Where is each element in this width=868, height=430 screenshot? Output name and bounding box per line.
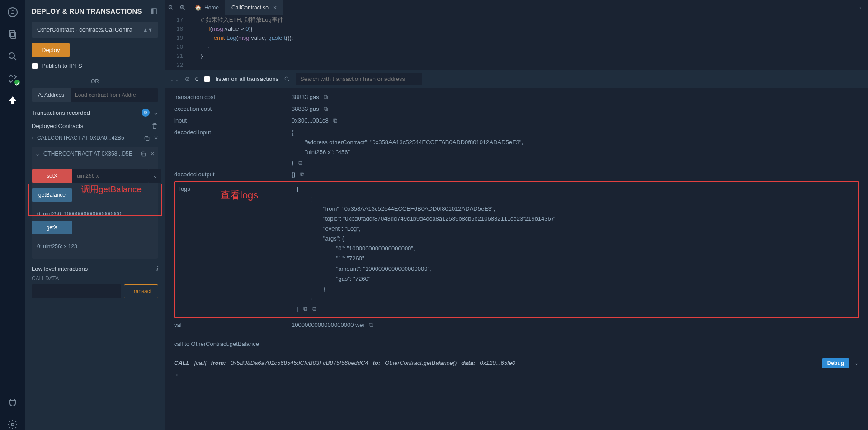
svg-line-18 (288, 80, 289, 81)
svg-line-14 (184, 9, 185, 10)
getx-result: 0: uint256: x 123 (32, 240, 158, 253)
terminal-bar: ⌄⌄ ⊘ 0 listen on all transactions (165, 70, 868, 88)
minimap[interactable] (823, 15, 868, 70)
line-gutter: 17 18 19 20 21 22 (165, 15, 188, 70)
settings-icon[interactable] (7, 419, 18, 430)
copy-icon[interactable]: ⧉ (303, 305, 307, 312)
copy-icon[interactable]: ⧉ (324, 105, 328, 112)
copy-icon[interactable]: ⧉ (298, 159, 302, 166)
term-row-logs: logs [ { "from": "0x358AA13c52544ECCEF6B… (179, 184, 854, 314)
code-editor[interactable]: 17 18 19 20 21 22 // 如果转入ETH, 则释放Log事件 i… (165, 15, 868, 70)
collapse-icon[interactable]: ⌄⌄ (170, 76, 179, 82)
plugin-icon[interactable] (7, 397, 18, 408)
publish-ipfs-checkbox[interactable] (32, 63, 38, 69)
contract-item-callcontract[interactable]: › CALLCONTRACT AT 0XDA0...42B5 ✕ (32, 135, 158, 142)
files-icon[interactable] (7, 29, 18, 40)
terminal-output[interactable]: transaction cost 38833 gas⧉ execution co… (165, 88, 868, 430)
svg-point-17 (285, 77, 288, 80)
copy-icon[interactable]: ⧉ (312, 305, 316, 312)
low-level-section: Low level interactions i CALLDATA Transa… (32, 265, 158, 298)
getbalance-button[interactable]: getBalance (32, 188, 72, 202)
tx-recorded-row[interactable]: Transactions recorded 9 ⌄ (32, 109, 158, 117)
tab-bar: 🏠 Home CallContract.sol ✕ ↔ (165, 0, 868, 15)
caret-icon: ▲▼ (143, 27, 153, 33)
from-label: from: (211, 358, 226, 368)
load-address-input[interactable] (71, 88, 158, 102)
copy-icon[interactable]: ⧉ (369, 321, 373, 328)
deploy-button[interactable]: Deploy (32, 43, 70, 57)
calldata-input[interactable] (32, 284, 121, 298)
listen-checkbox[interactable] (204, 76, 210, 82)
contract-select[interactable]: OtherContract - contracts/CallContra ▲▼ (32, 22, 158, 38)
copy-icon[interactable]: ⧉ (300, 171, 304, 178)
search-icon[interactable] (7, 51, 18, 62)
setx-input[interactable] (72, 169, 149, 183)
setx-button[interactable]: setX (32, 169, 72, 183)
to-value: OtherContract.getBalance() (385, 358, 457, 368)
contract-name: CALLCONTRACT AT 0XDA0...42B5 (37, 135, 140, 141)
listen-label: listen on all transactions (216, 76, 278, 82)
remix-logo-icon[interactable] (7, 7, 18, 18)
chevron-right-icon[interactable]: › (32, 135, 33, 141)
chevron-down-icon[interactable]: ⌄ (153, 109, 158, 116)
tab-close-icon[interactable]: ✕ (273, 5, 277, 11)
deployed-contracts-row: Deployed Contracts (32, 122, 158, 129)
term-row-input: input 0x300...001c8⧉ (174, 116, 859, 126)
svg-rect-7 (151, 9, 154, 14)
tx-recorded-label: Transactions recorded (32, 109, 138, 116)
trash-icon[interactable] (151, 122, 158, 129)
code-content[interactable]: // 如果转入ETH, 则释放Log事件 if(msg.value > 0){ … (188, 15, 868, 70)
debug-button[interactable]: Debug (822, 358, 849, 368)
copy-icon[interactable]: ⧉ (333, 117, 337, 124)
terminal-search-input[interactable] (296, 73, 422, 85)
getx-button[interactable]: getX (32, 221, 72, 234)
data-value: 0x120...65fe0 (480, 358, 515, 368)
or-divider: OR (25, 78, 165, 85)
clear-icon[interactable]: ⊘ (185, 76, 190, 82)
svg-rect-1 (9, 30, 14, 37)
terminal-search-icon[interactable] (284, 76, 290, 83)
compile-icon[interactable] (7, 73, 18, 84)
zoom-out-icon[interactable] (165, 4, 177, 12)
svg-rect-8 (146, 137, 149, 140)
term-row-decinput: decoded input { "address otherContract":… (174, 128, 859, 167)
expand-button[interactable]: ⌄ (149, 169, 161, 183)
contract-item-othercontract[interactable]: ⌄ OTHERCONTRACT AT 0X358...D5E ✕ (32, 147, 158, 161)
term-row-execcost: execution cost 38833 gas⧉ (174, 104, 859, 114)
pending-count: 0 (195, 76, 198, 82)
call-final-row: CALL [call] from: 0x5B38Da6a701c568545dC… (174, 358, 859, 368)
chevron-down-icon[interactable]: ⌄ (35, 151, 40, 157)
publish-ipfs-row[interactable]: Publish to IPFS (32, 62, 158, 69)
data-label: data: (461, 358, 475, 368)
scroll-up-icon[interactable]: › (174, 368, 859, 382)
transact-button[interactable]: Transact (124, 284, 158, 298)
zoom-in-icon[interactable] (177, 4, 189, 12)
copy-icon[interactable] (140, 151, 146, 157)
icon-sidebar (0, 0, 25, 430)
tab-home-label: Home (204, 5, 219, 11)
panel-dock-icon[interactable] (150, 7, 158, 15)
publish-ipfs-label: Publish to IPFS (42, 62, 82, 69)
chevron-down-icon[interactable]: ⌄ (854, 358, 859, 368)
call-line: call to OtherContract.getBalance (174, 339, 859, 349)
tab-file[interactable]: CallContract.sol ✕ (225, 0, 283, 15)
at-address-button[interactable]: At Address (32, 88, 71, 102)
close-icon[interactable]: ✕ (154, 135, 158, 141)
svg-line-11 (172, 9, 173, 10)
contract-select-value: OtherContract - contracts/CallContra (37, 26, 143, 33)
call-bracket: [call] (194, 358, 207, 368)
main-area: 🏠 Home CallContract.sol ✕ ↔ 17 18 19 20 … (165, 0, 868, 430)
deployed-label: Deployed Contracts (32, 123, 147, 129)
expand-icon[interactable]: ↔ (855, 4, 868, 12)
close-icon[interactable]: ✕ (150, 151, 155, 157)
svg-rect-2 (11, 32, 16, 38)
calldata-label: CALLDATA (32, 275, 158, 282)
svg-point-5 (11, 423, 14, 426)
function-box: setX ⌄ 调用getBalance getBalance 0: uint25… (32, 161, 158, 259)
deploy-icon[interactable] (7, 95, 18, 106)
copy-icon[interactable]: ⧉ (324, 94, 328, 100)
copy-icon[interactable] (144, 135, 150, 142)
svg-point-3 (9, 53, 14, 58)
info-icon[interactable]: i (156, 265, 158, 273)
tab-home[interactable]: 🏠 Home (189, 0, 225, 15)
